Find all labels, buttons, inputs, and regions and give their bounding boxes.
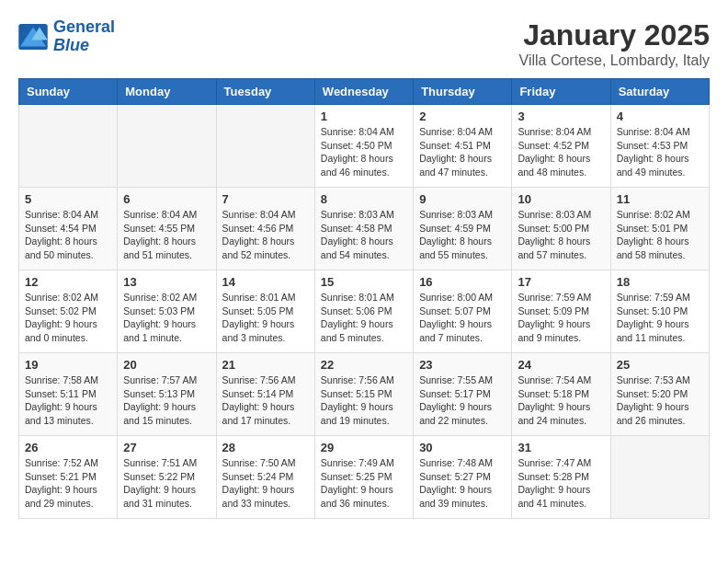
- day-info: Sunrise: 8:03 AMSunset: 4:59 PMDaylight:…: [419, 208, 506, 262]
- day-info: Sunrise: 8:03 AMSunset: 4:58 PMDaylight:…: [321, 208, 407, 262]
- calendar-cell: [118, 105, 216, 188]
- calendar-cell: 24Sunrise: 7:54 AMSunset: 5:18 PMDayligh…: [512, 353, 610, 436]
- day-number: 23: [419, 358, 506, 372]
- day-info: Sunrise: 8:01 AMSunset: 5:05 PMDaylight:…: [222, 291, 309, 345]
- page-header: General Blue January 2025 Villa Cortese,…: [18, 18, 710, 69]
- weekday-header: Thursday: [414, 79, 512, 105]
- day-number: 3: [518, 109, 604, 123]
- day-number: 6: [123, 192, 210, 206]
- day-info: Sunrise: 7:48 AMSunset: 5:27 PMDaylight:…: [419, 456, 506, 511]
- calendar-cell: 8Sunrise: 8:03 AMSunset: 4:58 PMDaylight…: [314, 188, 413, 270]
- day-info: Sunrise: 7:50 AMSunset: 5:24 PMDaylight:…: [222, 456, 309, 511]
- logo-icon: [18, 24, 48, 50]
- day-info: Sunrise: 7:57 AMSunset: 5:13 PMDaylight:…: [123, 373, 210, 428]
- calendar-week-row: 1Sunrise: 8:04 AMSunset: 4:50 PMDaylight…: [19, 105, 710, 188]
- calendar-cell: [216, 105, 314, 188]
- day-number: 31: [518, 441, 604, 454]
- day-info: Sunrise: 7:55 AMSunset: 5:17 PMDaylight:…: [419, 373, 506, 428]
- day-info: Sunrise: 8:04 AMSunset: 4:55 PMDaylight:…: [123, 208, 210, 262]
- calendar-cell: 21Sunrise: 7:56 AMSunset: 5:14 PMDayligh…: [216, 353, 314, 436]
- calendar-cell: [610, 436, 709, 519]
- calendar-cell: 19Sunrise: 7:58 AMSunset: 5:11 PMDayligh…: [19, 353, 118, 436]
- day-number: 22: [321, 358, 407, 372]
- calendar-cell: 18Sunrise: 7:59 AMSunset: 5:10 PMDayligh…: [610, 270, 709, 353]
- calendar-cell: 14Sunrise: 8:01 AMSunset: 5:05 PMDayligh…: [216, 270, 314, 353]
- day-number: 25: [617, 358, 703, 372]
- calendar-cell: 4Sunrise: 8:04 AMSunset: 4:53 PMDaylight…: [610, 105, 709, 188]
- day-number: 9: [419, 192, 506, 206]
- calendar-cell: 13Sunrise: 8:02 AMSunset: 5:03 PMDayligh…: [118, 270, 216, 353]
- title-area: January 2025 Villa Cortese, Lombardy, It…: [519, 18, 711, 69]
- day-info: Sunrise: 8:02 AMSunset: 5:01 PMDaylight:…: [617, 208, 703, 262]
- calendar-cell: 2Sunrise: 8:04 AMSunset: 4:51 PMDaylight…: [414, 105, 512, 188]
- day-number: 12: [25, 275, 111, 289]
- day-info: Sunrise: 7:56 AMSunset: 5:14 PMDaylight:…: [222, 373, 309, 428]
- calendar-cell: 30Sunrise: 7:48 AMSunset: 5:27 PMDayligh…: [414, 436, 512, 519]
- logo-blue: Blue: [53, 37, 115, 55]
- calendar-week-row: 19Sunrise: 7:58 AMSunset: 5:11 PMDayligh…: [19, 353, 710, 436]
- calendar-cell: 27Sunrise: 7:51 AMSunset: 5:22 PMDayligh…: [118, 436, 216, 519]
- day-info: Sunrise: 7:59 AMSunset: 5:10 PMDaylight:…: [617, 291, 703, 345]
- day-info: Sunrise: 8:04 AMSunset: 4:53 PMDaylight:…: [617, 125, 703, 179]
- day-info: Sunrise: 7:53 AMSunset: 5:20 PMDaylight:…: [617, 373, 703, 428]
- weekday-header: Friday: [512, 79, 610, 105]
- day-number: 14: [222, 275, 309, 289]
- month-title: January 2025: [519, 18, 711, 52]
- day-number: 26: [25, 441, 111, 454]
- day-number: 10: [518, 192, 604, 206]
- day-info: Sunrise: 7:59 AMSunset: 5:09 PMDaylight:…: [518, 291, 604, 345]
- calendar-cell: 26Sunrise: 7:52 AMSunset: 5:21 PMDayligh…: [19, 436, 118, 519]
- day-number: 11: [617, 192, 703, 206]
- day-number: 4: [617, 109, 703, 123]
- day-number: 20: [123, 358, 210, 372]
- day-number: 28: [222, 441, 309, 454]
- calendar-cell: 28Sunrise: 7:50 AMSunset: 5:24 PMDayligh…: [216, 436, 314, 519]
- calendar-header-row: SundayMondayTuesdayWednesdayThursdayFrid…: [19, 79, 710, 105]
- calendar-cell: 20Sunrise: 7:57 AMSunset: 5:13 PMDayligh…: [118, 353, 216, 436]
- day-number: 17: [518, 275, 604, 289]
- day-number: 30: [419, 441, 506, 454]
- calendar-cell: 23Sunrise: 7:55 AMSunset: 5:17 PMDayligh…: [414, 353, 512, 436]
- day-info: Sunrise: 8:04 AMSunset: 4:51 PMDaylight:…: [419, 125, 506, 179]
- calendar-cell: 22Sunrise: 7:56 AMSunset: 5:15 PMDayligh…: [314, 353, 413, 436]
- calendar-cell: 9Sunrise: 8:03 AMSunset: 4:59 PMDaylight…: [414, 188, 512, 270]
- day-info: Sunrise: 8:04 AMSunset: 4:50 PMDaylight:…: [321, 125, 407, 179]
- day-number: 8: [321, 192, 407, 206]
- day-info: Sunrise: 8:02 AMSunset: 5:02 PMDaylight:…: [25, 291, 111, 345]
- weekday-header: Tuesday: [216, 79, 314, 105]
- day-info: Sunrise: 7:49 AMSunset: 5:25 PMDaylight:…: [321, 456, 407, 511]
- day-info: Sunrise: 8:04 AMSunset: 4:56 PMDaylight:…: [222, 208, 309, 262]
- weekday-header: Saturday: [610, 79, 709, 105]
- calendar-week-row: 26Sunrise: 7:52 AMSunset: 5:21 PMDayligh…: [19, 436, 710, 519]
- day-info: Sunrise: 7:56 AMSunset: 5:15 PMDaylight:…: [321, 373, 407, 428]
- day-info: Sunrise: 8:04 AMSunset: 4:52 PMDaylight:…: [518, 125, 604, 179]
- day-number: 21: [222, 358, 309, 372]
- logo: General Blue: [18, 18, 115, 55]
- calendar-cell: 5Sunrise: 8:04 AMSunset: 4:54 PMDaylight…: [19, 188, 118, 270]
- logo-general: General: [53, 18, 115, 37]
- day-number: 27: [123, 441, 210, 454]
- day-number: 29: [321, 441, 407, 454]
- calendar-cell: 1Sunrise: 8:04 AMSunset: 4:50 PMDaylight…: [314, 105, 413, 188]
- calendar-cell: 16Sunrise: 8:00 AMSunset: 5:07 PMDayligh…: [414, 270, 512, 353]
- calendar-cell: 31Sunrise: 7:47 AMSunset: 5:28 PMDayligh…: [512, 436, 610, 519]
- calendar-table: SundayMondayTuesdayWednesdayThursdayFrid…: [18, 78, 710, 519]
- day-info: Sunrise: 8:00 AMSunset: 5:07 PMDaylight:…: [419, 291, 506, 345]
- day-info: Sunrise: 7:54 AMSunset: 5:18 PMDaylight:…: [518, 373, 604, 428]
- day-number: 1: [321, 109, 407, 123]
- day-number: 13: [123, 275, 210, 289]
- day-number: 2: [419, 109, 506, 123]
- calendar-cell: 25Sunrise: 7:53 AMSunset: 5:20 PMDayligh…: [610, 353, 709, 436]
- calendar-cell: 15Sunrise: 8:01 AMSunset: 5:06 PMDayligh…: [314, 270, 413, 353]
- location-title: Villa Cortese, Lombardy, Italy: [519, 52, 711, 69]
- day-info: Sunrise: 7:52 AMSunset: 5:21 PMDaylight:…: [25, 456, 111, 511]
- calendar-cell: 6Sunrise: 8:04 AMSunset: 4:55 PMDaylight…: [118, 188, 216, 270]
- calendar-cell: 3Sunrise: 8:04 AMSunset: 4:52 PMDaylight…: [512, 105, 610, 188]
- day-info: Sunrise: 8:02 AMSunset: 5:03 PMDaylight:…: [123, 291, 210, 345]
- day-number: 5: [25, 192, 111, 206]
- calendar-cell: 29Sunrise: 7:49 AMSunset: 5:25 PMDayligh…: [314, 436, 413, 519]
- day-info: Sunrise: 8:01 AMSunset: 5:06 PMDaylight:…: [321, 291, 407, 345]
- calendar-cell: 17Sunrise: 7:59 AMSunset: 5:09 PMDayligh…: [512, 270, 610, 353]
- day-number: 16: [419, 275, 506, 289]
- day-info: Sunrise: 7:51 AMSunset: 5:22 PMDaylight:…: [123, 456, 210, 511]
